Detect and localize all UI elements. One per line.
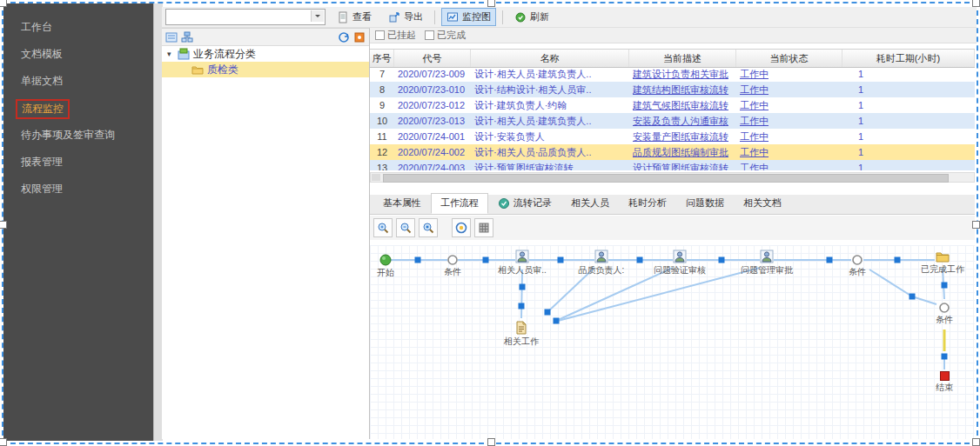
sidebar-item-4[interactable]: 流程监控 [16,99,153,119]
cell-status[interactable]: 工作中 [736,115,842,128]
column-header-耗时工期(小时)[interactable]: 耗时工期(小时) [842,50,975,67]
refresh-blue-icon[interactable] [338,31,350,43]
zoom-fit-button[interactable] [419,218,438,237]
cell-code[interactable]: 2020/07/24-001 [394,131,471,142]
cell-code[interactable]: 2020/07/24-003 [394,163,471,170]
column-header-序号[interactable]: 序号 [370,50,394,67]
selection-handle[interactable] [487,0,495,7]
tab-基本属性[interactable]: 基本属性 [373,193,431,214]
export-icon [388,11,400,23]
workflow-node-actor4[interactable] [760,250,774,263]
workflow-node-cond2[interactable] [852,255,863,265]
cell-current-activity[interactable]: 安装及负责人沟通审核 [629,115,736,128]
refresh-globe-button[interactable] [452,218,471,237]
selection-handle[interactable] [487,438,495,446]
table-row[interactable]: 102020/07/23-013设计·相关人员·建筑负责人..安装及负责人沟通审… [370,113,975,129]
workflow-node-actor2[interactable] [594,250,608,263]
workflow-node-end[interactable] [940,371,950,381]
cell-current-activity[interactable]: 建筑设计负责相关审批 [629,68,736,81]
cell-code[interactable]: 2020/07/23-013 [394,116,471,126]
cell-code[interactable]: 2020/07/23-010 [394,84,471,95]
tree-child-node-selected[interactable]: 质检类 [162,62,369,77]
table-row[interactable]: 122020/07/24-002设计·相关人员·品质负责人..品质规划图纸编制审… [370,144,975,160]
cell-current-activity[interactable]: 建筑气候图纸审核流转 [629,99,736,112]
cell-current-activity[interactable]: 安装量产图纸审核流转 [629,130,736,143]
toolbar-button-导出[interactable]: 导出 [383,8,428,26]
cell-name[interactable]: 设计·相关人员·建筑负责人.. [471,68,629,81]
column-header-当前描述[interactable]: 当前描述 [629,50,736,67]
cell-no: 13 [370,163,394,170]
cell-name[interactable]: 设计·结构设计·相关人员审.. [471,83,629,97]
table-row[interactable]: 112020/07/24-001设计·安装负责人安装量产图纸审核流转工作中1 [370,129,975,144]
selection-handle[interactable] [0,438,7,446]
cell-name[interactable]: 设计·相关人员·建筑负责人.. [471,115,629,128]
column-header-当前状态[interactable]: 当前状态 [736,50,842,67]
table-row[interactable]: 82020/07/23-010设计·结构设计·相关人员审..建筑结构图纸审核流转… [370,82,975,97]
tab-工作流程[interactable]: 工作流程 [431,193,488,214]
table-row[interactable]: 132020/07/24-003设计·预算图纸审核流转设计预算图纸审核流转工作中… [370,160,975,170]
tab-相关人员[interactable]: 相关人员 [561,193,619,214]
selection-handle[interactable] [972,221,980,229]
cell-name[interactable]: 设计·相关人员·品质负责人.. [471,146,629,159]
cell-code[interactable]: 2020/07/23-012 [394,100,471,110]
zoom-in-button[interactable] [373,218,393,237]
cell-status[interactable]: 工作中 [736,99,842,112]
cell-status[interactable]: 工作中 [736,83,842,97]
grid-button[interactable] [474,218,493,237]
cell-code[interactable]: 2020/07/23-009 [394,69,471,79]
selection-handle[interactable] [972,438,980,446]
sidebar-item-5[interactable]: 待办事项及签审查询 [21,122,153,149]
cell-name[interactable]: 设计·安装负责人 [471,130,629,143]
selection-handle[interactable] [0,221,7,229]
cell-code[interactable]: 2020/07/24-002 [394,147,471,157]
process-filter-combobox[interactable] [165,9,326,25]
sidebar-item-2[interactable]: 文档模板 [21,41,153,68]
table-row[interactable]: 72020/07/23-009设计·相关人员·建筑负责人..建筑设计负责相关审批… [370,66,975,82]
cell-current-activity[interactable]: 建筑结构图纸审核流转 [629,83,736,97]
tab-问题数据[interactable]: 问题数据 [676,193,734,214]
workflow-node-actor1[interactable] [515,250,529,263]
cell-name[interactable]: 设计·预算图纸审核流转 [471,162,629,171]
selection-handle[interactable] [972,0,980,7]
cell-status[interactable]: 工作中 [736,68,842,81]
workflow-node-cond1[interactable] [447,255,458,265]
tree-root-node[interactable]: ▾ 业务流程分类 [162,46,369,62]
tab-耗时分析[interactable]: 耗时分析 [619,193,676,214]
list-view-icon[interactable] [165,31,178,43]
column-header-名称[interactable]: 名称 [471,50,629,67]
toolbar-button-查看[interactable]: 查看 [332,8,377,26]
cell-name[interactable]: 设计·建筑负责人·约翰 [471,99,629,112]
workflow-node-start[interactable] [379,254,392,266]
scrollbar-thumb[interactable] [383,174,949,183]
table-row[interactable]: 92020/07/23-012设计·建筑负责人·约翰建筑气候图纸审核流转工作中1 [370,97,975,113]
sidebar-item-3[interactable]: 单据文档 [21,68,153,95]
cell-status[interactable]: 工作中 [736,130,842,143]
tab-相关文档[interactable]: 相关文档 [734,193,791,214]
cell-status[interactable]: 工作中 [736,162,842,171]
chevron-down-icon[interactable] [311,10,324,22]
locate-orange-icon[interactable] [353,31,366,43]
cell-current-activity[interactable]: 品质规划图纸编制审批 [629,146,736,159]
cell-current-activity[interactable]: 设计预算图纸审核流转 [629,162,736,171]
workflow-node-archive[interactable] [936,250,950,263]
scrollbar-left-button[interactable] [372,174,380,181]
org-view-icon[interactable] [181,31,193,43]
sidebar-item-7[interactable]: 权限管理 [21,176,153,203]
horizontal-scrollbar[interactable] [370,172,975,183]
zoom-out-button[interactable] [396,218,415,237]
filter-checkbox-已完成[interactable]: 已完成 [425,29,466,42]
workflow-canvas[interactable]: 开始条件相关人员审..品质负责人:问题验证审核问题管理审批条件已完成工作条件结束… [370,245,975,439]
workflow-node-actor3[interactable] [673,250,687,263]
toolbar-button-刷新[interactable]: 刷新 [509,8,554,26]
selection-handle[interactable] [0,0,7,7]
sidebar-item-1[interactable]: 工作台 [21,14,153,41]
workflow-node-related[interactable] [515,321,527,335]
cell-status[interactable]: 工作中 [736,146,842,159]
filter-checkbox-已挂起[interactable]: 已挂起 [375,29,416,42]
sidebar-item-6[interactable]: 报表管理 [21,149,153,176]
workflow-node-cond3[interactable] [939,303,950,313]
caret-down-icon[interactable]: ▾ [167,50,174,58]
column-header-代号[interactable]: 代号 [394,50,471,67]
toolbar-button-监控图[interactable]: 监控图 [441,8,496,26]
tab-流转记录[interactable]: 流转记录 [488,193,561,214]
